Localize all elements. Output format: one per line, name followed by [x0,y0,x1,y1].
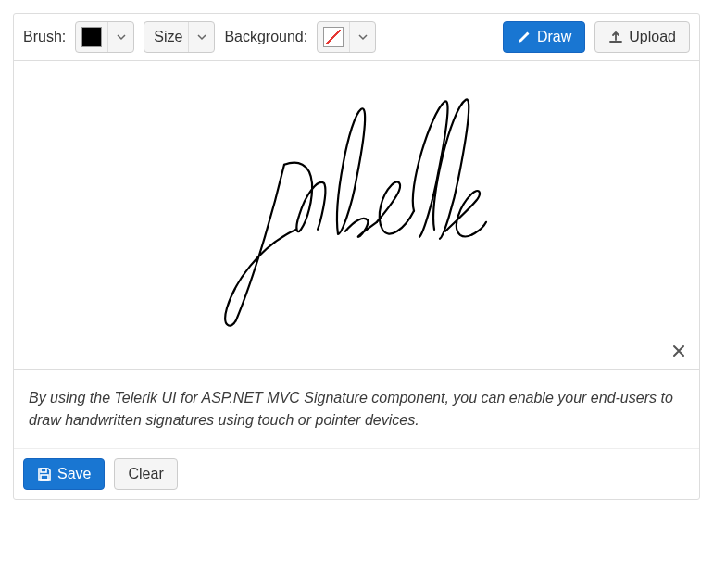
upload-button-label: Upload [629,29,676,45]
background-color-dropdown[interactable] [317,21,376,53]
footer: Save Clear [14,449,699,499]
draw-button[interactable]: Draw [503,21,585,53]
background-label: Background: [224,29,307,45]
svg-rect-1 [41,475,48,480]
toolbar: Brush: Size Background: [14,14,699,61]
clear-button[interactable]: Clear [114,458,177,490]
save-button-label: Save [57,466,91,482]
background-none-swatch [323,27,344,47]
svg-rect-0 [41,469,46,472]
signature-drawing [208,90,505,331]
clear-button-label: Clear [128,466,163,482]
brush-color-swatch [81,27,102,47]
pencil-icon [517,30,532,44]
save-icon [37,467,52,482]
chevron-down-icon [349,22,375,52]
chevron-down-icon [107,22,133,52]
save-button[interactable]: Save [23,458,105,490]
size-dropdown[interactable]: Size [144,21,215,53]
draw-button-label: Draw [537,29,571,45]
signature-panel: Brush: Size Background: [13,13,700,500]
brush-label: Brush: [23,29,66,45]
size-dropdown-label: Size [154,29,188,45]
signature-canvas[interactable] [14,61,699,370]
chevron-down-icon [188,22,214,52]
upload-button[interactable]: Upload [594,21,690,53]
description-text: By using the Telerik UI for ASP.NET MVC … [14,370,699,449]
brush-color-dropdown[interactable] [75,21,134,53]
close-icon[interactable] [669,342,688,360]
upload-icon [608,30,623,44]
